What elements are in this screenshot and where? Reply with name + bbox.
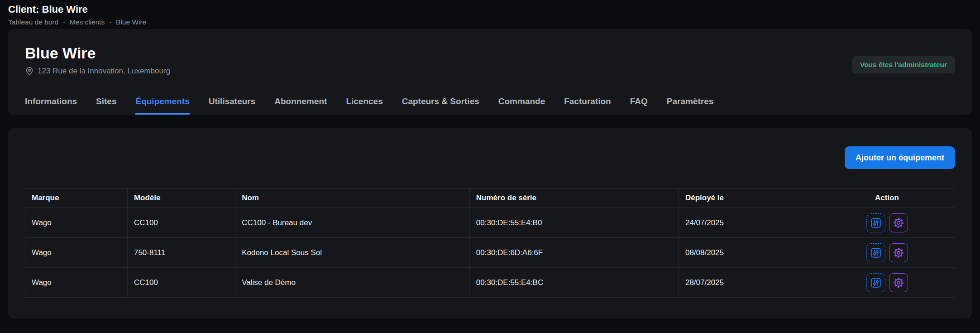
gear-icon [893,217,904,229]
cell-action [819,268,955,298]
tab-capteurs-sorties[interactable]: Capteurs & Sorties [402,97,479,115]
tab-licences[interactable]: Licences [346,97,382,115]
gear-icon [893,247,904,259]
tab-bar: InformationsSitesÉquipementsUtilisateurs… [25,97,955,115]
tab-parametres[interactable]: Paramètres [667,97,714,115]
tab-abonnement[interactable]: Abonnement [274,97,327,115]
cell-numero-de-serie: 00:30:DE:55:E4:BC [469,268,679,298]
column-header-modele: Modèle [127,188,235,208]
client-address: 123 Rue de la Innovation, Luxembourg [38,67,170,76]
cell-deploye-le: 28/07/2025 [679,268,819,298]
cell-numero-de-serie: 00:30:DE:6D:A6:6F [469,238,679,268]
control-sliders-icon [870,217,882,229]
table-row: Wago750-8111Kodeno Local Sous Sol00:30:D… [25,238,955,268]
equipment-control-button[interactable] [866,213,885,232]
cell-modele: CC100 [127,208,235,238]
breadcrumb-item-mes-clients[interactable]: Mes clients [70,18,105,26]
tab-sites[interactable]: Sites [96,97,116,115]
breadcrumb-separator: - [109,18,111,26]
cell-action [819,208,955,238]
client-name: Blue Wire [25,43,170,63]
cell-deploye-le: 24/07/2025 [679,208,819,238]
equipment-settings-button[interactable] [889,243,908,262]
cell-marque: Wago [25,208,128,238]
column-header-marque: Marque [25,188,128,208]
admin-badge: Vous êtes l'administrateur [852,56,955,73]
breadcrumb-item-tableau-de-bord[interactable]: Tableau de bord [8,18,58,26]
tab-facturation[interactable]: Facturation [564,97,611,115]
tab-commande[interactable]: Commande [498,97,545,115]
equipment-card: Ajouter un équipement MarqueModèleNomNum… [8,128,972,319]
equipment-settings-button[interactable] [889,213,908,232]
equipment-control-button[interactable] [866,243,885,262]
column-header-action: Action [819,188,955,208]
breadcrumb: Tableau de bord-Mes clients-Blue Wire [8,18,972,26]
cell-marque: Wago [25,268,128,298]
equipment-control-button[interactable] [866,273,885,292]
cell-nom: CC100 - Bureau dev [235,208,470,238]
tab-equipements[interactable]: Équipements [135,97,189,115]
control-sliders-icon [870,247,882,259]
breadcrumb-separator: - [63,18,65,26]
cell-modele: CC100 [127,268,235,298]
client-card-header: Blue Wire 123 Rue de la Innovation, Luxe… [25,43,955,76]
page: Client: Blue Wire Tableau de bord-Mes cl… [8,4,972,319]
column-header-deploye-le: Déployé le [679,188,819,208]
page-header: Client: Blue Wire Tableau de bord-Mes cl… [8,4,972,26]
table-row: WagoCC100Valise de Démo00:30:DE:55:E4:BC… [25,268,955,298]
table-row: WagoCC100CC100 - Bureau dev00:30:DE:55:E… [25,208,955,238]
cell-deploye-le: 08/08/2025 [679,238,819,268]
tab-informations[interactable]: Informations [25,97,77,115]
client-address-row: 123 Rue de la Innovation, Luxembourg [25,67,170,76]
gear-icon [893,277,904,289]
client-card: Blue Wire 123 Rue de la Innovation, Luxe… [8,29,972,115]
equipment-settings-button[interactable] [889,273,908,292]
equipment-toolbar: Ajouter un équipement [25,146,955,169]
column-header-numero-de-serie: Numéro de série [469,188,679,208]
row-actions [826,273,948,292]
tab-faq[interactable]: FAQ [630,97,648,115]
cell-nom: Kodeno Local Sous Sol [235,238,470,268]
cell-nom: Valise de Démo [235,268,470,298]
equipment-table: MarqueModèleNomNuméro de sérieDéployé le… [25,188,955,298]
row-actions [826,243,948,262]
tab-utilisateurs[interactable]: Utilisateurs [209,97,255,115]
cell-numero-de-serie: 00:30:DE:55:E4:B0 [469,208,679,238]
add-equipment-button[interactable]: Ajouter un équipement [845,146,955,169]
breadcrumb-item-blue-wire: Blue Wire [116,18,146,26]
map-pin-icon [25,67,34,76]
cell-marque: Wago [25,238,128,268]
row-actions [826,213,948,232]
table-header-row: MarqueModèleNomNuméro de sérieDéployé le… [25,188,955,208]
page-title: Client: Blue Wire [8,4,972,15]
control-sliders-icon [870,277,882,289]
client-identity: Blue Wire 123 Rue de la Innovation, Luxe… [25,43,170,76]
cell-modele: 750-8111 [127,238,235,268]
column-header-nom: Nom [235,188,470,208]
cell-action [819,238,955,268]
